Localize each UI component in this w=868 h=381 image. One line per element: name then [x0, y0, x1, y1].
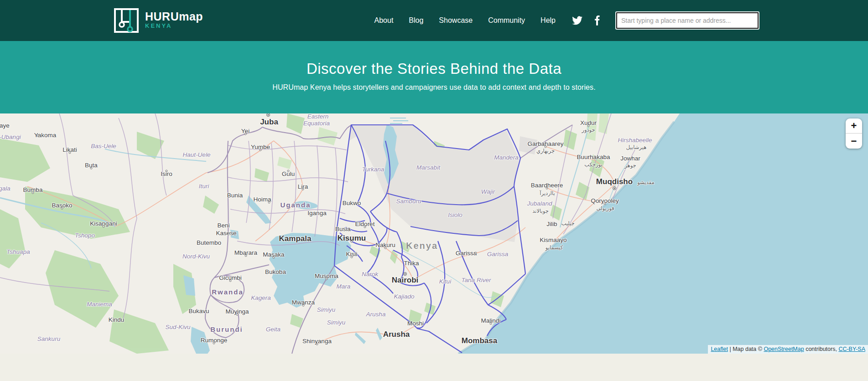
search-wrap [616, 12, 759, 29]
hero-subtitle: HURUmap Kenya helps storytellers and cam… [0, 83, 868, 92]
navbar: HURUmap KENYA About Blog Showcase Commun… [0, 0, 868, 41]
map-svg [0, 113, 868, 354]
footer-strip [0, 354, 868, 381]
facebook-icon[interactable] [594, 15, 600, 26]
attribution-text-2: contributors, [804, 346, 839, 352]
nav-link-showcase[interactable]: Showcase [439, 16, 473, 25]
logo-title: HURUmap [145, 11, 203, 22]
zoom-in-button[interactable]: + [846, 118, 862, 134]
license-link[interactable]: CC-BY-SA [838, 346, 865, 352]
nav-link-community[interactable]: Community [488, 16, 525, 25]
map-zoom-control: + − [846, 118, 862, 149]
leaflet-link[interactable]: Leaflet [711, 346, 728, 352]
osm-link[interactable]: OpenStreetMap [764, 346, 804, 352]
twitter-icon[interactable] [572, 16, 582, 25]
search-input[interactable] [616, 12, 759, 29]
hero-title: Discover the Stories Behind the Data [0, 60, 868, 77]
nav-links: About Blog Showcase Community Help [374, 16, 556, 25]
nav-link-help[interactable]: Help [541, 16, 556, 25]
nav-link-blog[interactable]: Blog [409, 16, 423, 25]
map-attribution: Leaflet | Map data © OpenStreetMap contr… [708, 345, 868, 354]
nav-social [572, 15, 600, 26]
attribution-text: | Map data © [728, 346, 764, 352]
map-canvas[interactable]: ayeYakoma-UbangiLikatiBas-UeleHaut-UeleB… [0, 113, 868, 354]
logo[interactable]: HURUmap KENYA [114, 8, 203, 33]
zoom-out-button[interactable]: − [846, 134, 862, 149]
hurumap-logo-icon [114, 8, 139, 33]
nav-link-about[interactable]: About [374, 16, 394, 25]
hero-banner: Discover the Stories Behind the Data HUR… [0, 41, 868, 113]
logo-subtitle: KENYA [145, 22, 203, 30]
